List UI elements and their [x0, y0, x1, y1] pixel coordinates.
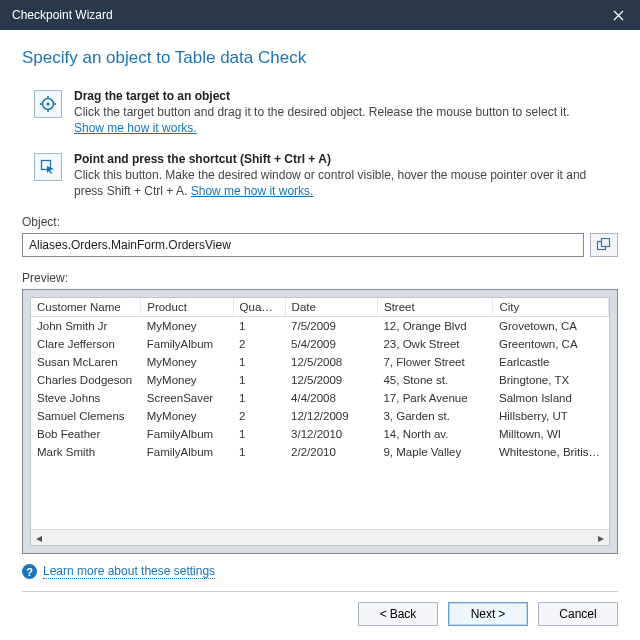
table-cell: 12/12/2009: [285, 407, 377, 425]
object-input[interactable]: [22, 233, 584, 257]
object-browse-button[interactable]: [590, 233, 618, 257]
table-cell: FamilyAlbum: [141, 425, 233, 443]
column-header[interactable]: Product: [141, 298, 233, 317]
table-cell: Steve Johns: [31, 389, 141, 407]
table-cell: Earlcastle: [493, 353, 609, 371]
table-cell: 7, Flower Street: [377, 353, 493, 371]
preview-panel: Customer NameProductQuantityDateStreetCi…: [22, 289, 618, 554]
drag-target-button[interactable]: [34, 90, 62, 118]
table-cell: Samuel Clemens: [31, 407, 141, 425]
wizard-footer: < Back Next > Cancel: [22, 602, 618, 626]
table-cell: Mark Smith: [31, 443, 141, 461]
table-cell: Susan McLaren: [31, 353, 141, 371]
table-cell: 17, Park Avenue: [377, 389, 493, 407]
horizontal-scrollbar[interactable]: ◂ ▸: [31, 529, 609, 545]
table-cell: 3/12/2010: [285, 425, 377, 443]
table-cell: 1: [233, 389, 285, 407]
table-cell: 45, Stone st.: [377, 371, 493, 389]
instruction-shortcut-link[interactable]: Show me how it works.: [191, 184, 314, 198]
instruction-drag-desc: Click the target button and drag it to t…: [74, 105, 570, 119]
table-cell: ScreenSaver: [141, 389, 233, 407]
point-icon: [40, 159, 56, 175]
table-cell: 1: [233, 317, 285, 336]
table-cell: Clare Jefferson: [31, 335, 141, 353]
preview-label: Preview:: [22, 271, 618, 285]
next-button[interactable]: Next >: [448, 602, 528, 626]
table-cell: 2: [233, 335, 285, 353]
table-cell: Salmon Island: [493, 389, 609, 407]
target-icon: [40, 96, 56, 112]
table-cell: MyMoney: [141, 371, 233, 389]
column-header[interactable]: Customer Name: [31, 298, 141, 317]
instruction-drag-title: Drag the target to an object: [74, 88, 618, 104]
table-cell: Milltown, WI: [493, 425, 609, 443]
instruction-drag: Drag the target to an object Click the t…: [22, 84, 618, 147]
instruction-shortcut-desc: Click this button. Make the desired wind…: [74, 168, 586, 198]
table-row[interactable]: Mark SmithFamilyAlbum12/2/20109, Maple V…: [31, 443, 609, 461]
cancel-button[interactable]: Cancel: [538, 602, 618, 626]
help-icon: ?: [22, 564, 37, 579]
table-cell: 7/5/2009: [285, 317, 377, 336]
table-cell: Greentown, CA: [493, 335, 609, 353]
table-cell: MyMoney: [141, 317, 233, 336]
table-row[interactable]: Samuel ClemensMyMoney212/12/20093, Garde…: [31, 407, 609, 425]
scroll-right-arrow[interactable]: ▸: [593, 531, 609, 545]
table-cell: FamilyAlbum: [141, 443, 233, 461]
table-cell: 1: [233, 353, 285, 371]
table-cell: 5/4/2009: [285, 335, 377, 353]
table-cell: 3, Garden st.: [377, 407, 493, 425]
preview-grid[interactable]: Customer NameProductQuantityDateStreetCi…: [30, 297, 610, 546]
instruction-drag-link[interactable]: Show me how it works.: [74, 121, 197, 135]
table-cell: 1: [233, 443, 285, 461]
table-cell: 1: [233, 425, 285, 443]
close-button[interactable]: [596, 0, 640, 30]
table-row[interactable]: John Smith JrMyMoney17/5/200912, Orange …: [31, 317, 609, 336]
table-cell: 4/4/2008: [285, 389, 377, 407]
table-cell: 9, Maple Valley: [377, 443, 493, 461]
svg-rect-4: [602, 239, 610, 247]
table-row[interactable]: Charles DodgesonMyMoney112/5/200945, Sto…: [31, 371, 609, 389]
table-cell: Grovetown, CA: [493, 317, 609, 336]
instruction-shortcut-title: Point and press the shortcut (Shift + Ct…: [74, 151, 618, 167]
instruction-shortcut: Point and press the shortcut (Shift + Ct…: [22, 147, 618, 210]
object-browse-icon: [596, 238, 612, 252]
table-cell: 12, Orange Blvd: [377, 317, 493, 336]
table-row[interactable]: Clare JeffersonFamilyAlbum25/4/200923, O…: [31, 335, 609, 353]
table-cell: Bob Feather: [31, 425, 141, 443]
table-cell: Bringtone, TX: [493, 371, 609, 389]
close-icon: [613, 10, 624, 21]
window-title: Checkpoint Wizard: [12, 8, 113, 22]
svg-point-1: [46, 102, 49, 105]
table-row[interactable]: Bob FeatherFamilyAlbum13/12/201014, Nort…: [31, 425, 609, 443]
table-row[interactable]: Susan McLarenMyMoney112/5/20087, Flower …: [31, 353, 609, 371]
table-cell: MyMoney: [141, 407, 233, 425]
footer-divider: [22, 591, 618, 592]
table-cell: 14, North av.: [377, 425, 493, 443]
learn-more-link[interactable]: Learn more about these settings: [43, 564, 215, 579]
column-header[interactable]: Street: [377, 298, 493, 317]
page-heading: Specify an object to Table data Check: [22, 48, 618, 68]
table-cell: FamilyAlbum: [141, 335, 233, 353]
scroll-left-arrow[interactable]: ◂: [31, 531, 47, 545]
column-header[interactable]: Date: [285, 298, 377, 317]
table-cell: Hillsberry, UT: [493, 407, 609, 425]
table-cell: MyMoney: [141, 353, 233, 371]
column-header[interactable]: City: [493, 298, 609, 317]
preview-table: Customer NameProductQuantityDateStreetCi…: [31, 298, 609, 461]
table-cell: 12/5/2009: [285, 371, 377, 389]
table-cell: 23, Owk Street: [377, 335, 493, 353]
table-cell: Whitestone, British Columbia: [493, 443, 609, 461]
table-cell: John Smith Jr: [31, 317, 141, 336]
point-shortcut-button[interactable]: [34, 153, 62, 181]
table-cell: 2: [233, 407, 285, 425]
back-button[interactable]: < Back: [358, 602, 438, 626]
object-label: Object:: [22, 215, 618, 229]
table-row[interactable]: Steve JohnsScreenSaver14/4/200817, Park …: [31, 389, 609, 407]
table-cell: Charles Dodgeson: [31, 371, 141, 389]
table-cell: 1: [233, 371, 285, 389]
table-cell: 12/5/2008: [285, 353, 377, 371]
titlebar: Checkpoint Wizard: [0, 0, 640, 30]
column-header[interactable]: Quantity: [233, 298, 285, 317]
table-cell: 2/2/2010: [285, 443, 377, 461]
